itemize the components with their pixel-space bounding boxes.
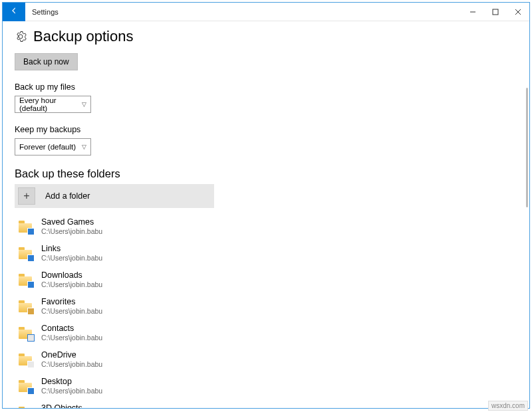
folder-name: Links <box>41 244 102 255</box>
backup-now-button[interactable]: Back up now <box>15 53 78 70</box>
folder-name: OneDrive <box>41 350 102 361</box>
page-header: Backup options <box>15 28 517 45</box>
folder-path: C:\Users\jobin.babu <box>41 280 102 289</box>
folder-name: Saved Games <box>41 217 102 228</box>
folder-path: C:\Users\jobin.babu <box>41 227 102 236</box>
folder-row-downloads[interactable]: Downloads C:\Users\jobin.babu <box>15 268 517 292</box>
folder-icon <box>17 324 35 342</box>
folder-row-onedrive[interactable]: OneDrive C:\Users\jobin.babu <box>15 348 517 371</box>
back-arrow-icon <box>9 6 19 17</box>
folder-row-contacts[interactable]: Contacts C:\Users\jobin.babu <box>15 321 517 345</box>
window-controls <box>462 3 529 21</box>
folder-icon <box>17 351 35 368</box>
watermark: wsxdn.com <box>488 401 528 411</box>
folder-icon <box>17 218 35 235</box>
folder-path: C:\Users\jobin.babu <box>41 334 102 342</box>
title-bar: Settings <box>3 3 529 21</box>
retention-value: Forever (default) <box>19 143 76 151</box>
folder-icon <box>17 298 35 315</box>
svg-rect-1 <box>493 9 498 15</box>
add-folder-label: Add a folder <box>45 191 90 201</box>
folder-name: Favorites <box>41 297 102 308</box>
frequency-label: Back up my files <box>15 82 517 92</box>
folder-path: C:\Users\jobin.babu <box>41 254 102 262</box>
folder-icon <box>17 271 35 288</box>
folder-icon <box>17 245 35 262</box>
folder-row-3d-objects[interactable]: 3D Objects C:\Users\jobin.babu <box>15 401 517 408</box>
folder-name: 3D Objects <box>41 403 102 408</box>
frequency-value: Every hour (default) <box>19 96 82 112</box>
chevron-down-icon: ▽ <box>82 144 86 150</box>
add-folder-button[interactable]: + Add a folder <box>15 184 214 208</box>
minimize-button[interactable] <box>462 3 484 21</box>
settings-window: Settings Backup options Back up now Back… <box>2 2 530 409</box>
folder-row-links[interactable]: Links C:\Users\jobin.babu <box>15 241 517 265</box>
gear-icon <box>15 31 27 43</box>
folder-icon <box>17 377 35 395</box>
folder-path: C:\Users\jobin.babu <box>41 387 102 395</box>
folder-name: Desktop <box>41 377 102 387</box>
window-title: Settings <box>32 8 59 16</box>
back-button[interactable] <box>3 3 25 21</box>
scrollbar-track[interactable] <box>526 88 528 400</box>
retention-select[interactable]: Forever (default) ▽ <box>15 138 91 155</box>
plus-icon: + <box>18 187 35 205</box>
frequency-select[interactable]: Every hour (default) ▽ <box>15 96 91 113</box>
maximize-button[interactable] <box>484 3 507 21</box>
close-button[interactable] <box>507 3 529 21</box>
page-title: Backup options <box>33 28 133 45</box>
scrollbar-thumb[interactable] <box>526 88 528 207</box>
folder-path: C:\Users\jobin.babu <box>41 360 102 369</box>
content-area: Backup options Back up now Back up my fi… <box>3 21 529 408</box>
retention-label: Keep my backups <box>15 125 517 134</box>
folder-list: Saved Games C:\Users\jobin.babu Links C:… <box>15 215 517 408</box>
folders-section-title: Back up these folders <box>15 167 517 180</box>
chevron-down-icon: ▽ <box>82 101 86 108</box>
folder-name: Downloads <box>41 270 102 281</box>
folder-row-desktop[interactable]: Desktop C:\Users\jobin.babu <box>15 374 517 398</box>
folder-row-favorites[interactable]: Favorites C:\Users\jobin.babu <box>15 294 517 318</box>
folder-icon <box>17 404 35 408</box>
folder-row-saved-games[interactable]: Saved Games C:\Users\jobin.babu <box>15 215 517 239</box>
folder-name: Contacts <box>41 324 102 334</box>
folder-path: C:\Users\jobin.babu <box>41 307 102 316</box>
